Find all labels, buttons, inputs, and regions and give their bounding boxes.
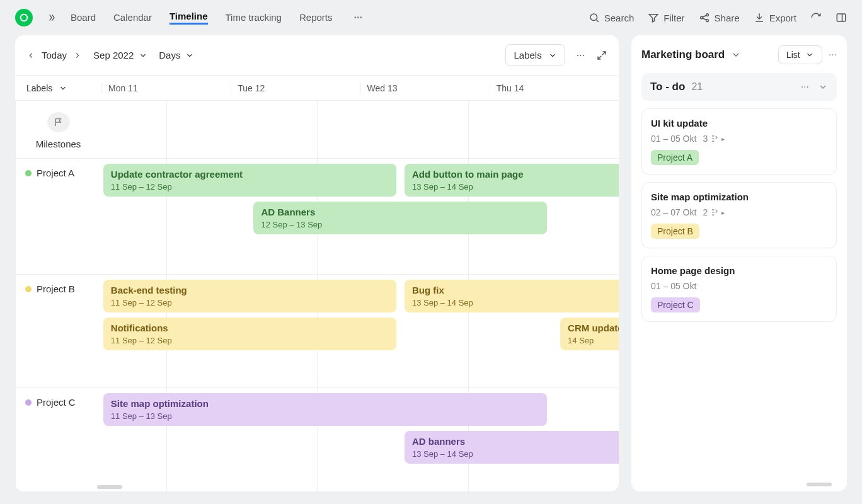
card-title: Site map optimization: [651, 192, 827, 202]
export-button[interactable]: Export: [754, 12, 796, 23]
task-card[interactable]: Home page design 01 – 05 Okt Project C: [641, 256, 837, 322]
day-header: Wed 13: [360, 83, 490, 93]
group-by-select[interactable]: Labels: [15, 83, 101, 93]
export-icon: [754, 12, 765, 23]
unit-label: Days: [159, 50, 180, 60]
task-bar[interactable]: Back-end testing 11 Sep – 12 Sep: [103, 280, 397, 312]
task-title: Site map optimization: [111, 398, 539, 409]
card-title: UI kit update: [651, 118, 827, 129]
svg-rect-5: [837, 14, 846, 21]
labels-dropdown-label: Labels: [514, 50, 541, 60]
task-card[interactable]: UI kit update 01 – 05 Okt 3 ▸ Project A: [641, 108, 837, 175]
share-label: Share: [715, 13, 740, 23]
refresh-icon[interactable]: [810, 12, 822, 23]
fullscreen-icon[interactable]: [596, 50, 607, 61]
chevron-down-icon: [139, 51, 147, 60]
task-title: Update contractor agreement: [111, 169, 389, 180]
svg-point-0: [21, 14, 28, 21]
group-title: To - do: [650, 81, 685, 93]
view-mode-label: List: [786, 50, 800, 60]
share-button[interactable]: Share: [699, 12, 740, 23]
nav-timeline[interactable]: Timeline: [170, 11, 208, 25]
filter-button[interactable]: Filter: [648, 12, 684, 23]
nav-reports[interactable]: Reports: [299, 12, 333, 24]
filter-icon: [648, 12, 659, 23]
main-nav: Board Calendar Timeline Time tracking Re…: [71, 11, 366, 25]
card-tag: Project A: [651, 150, 699, 165]
unit-select[interactable]: Days: [159, 50, 194, 60]
share-icon: [699, 12, 710, 23]
side-more-icon[interactable]: ···: [829, 49, 837, 60]
board-title: Marketing board: [641, 49, 725, 61]
group-by-label: Labels: [26, 83, 52, 93]
subtask-count: 3: [703, 134, 708, 144]
prev-period-icon[interactable]: [26, 51, 35, 60]
task-dates: 14 Sep: [568, 336, 619, 345]
nav-more-icon[interactable]: ···: [350, 12, 366, 23]
task-bar[interactable]: AD Banners 12 Sep – 13 Sep: [253, 202, 547, 234]
chevron-down-icon: [59, 84, 67, 93]
side-scrollbar[interactable]: [807, 483, 832, 486]
nav-calendar[interactable]: Calendar: [113, 12, 152, 24]
task-bar[interactable]: Notifications 11 Sep – 12 Sep: [103, 318, 397, 350]
search-icon: [589, 12, 600, 23]
chevron-down-icon[interactable]: [731, 50, 741, 60]
card-title: Home page design: [651, 265, 827, 276]
chevron-down-icon: [805, 50, 814, 59]
day-header: Mon 11: [101, 83, 231, 93]
group-header-todo[interactable]: To - do 21 ···: [641, 73, 837, 101]
task-title: CRM update: [568, 323, 619, 333]
subtask-icon: [710, 134, 719, 143]
day-header: Thu 14: [490, 83, 619, 93]
task-title: AD Banners: [261, 207, 539, 217]
view-mode-select[interactable]: List: [778, 45, 822, 64]
task-dates: 11 Sep – 12 Sep: [111, 182, 389, 192]
card-dates: 01 – 05 Okt: [651, 281, 696, 291]
task-dates: 11 Sep – 13 Sep: [111, 411, 539, 421]
task-dates: 11 Sep – 12 Sep: [111, 298, 389, 307]
task-title: Back-end testing: [111, 285, 389, 295]
next-period-icon[interactable]: [73, 51, 82, 60]
task-title: Notifications: [111, 323, 389, 333]
chevron-down-icon[interactable]: [818, 82, 828, 92]
task-dates: 13 Sep – 14 Sep: [412, 449, 619, 459]
card-tag: Project B: [651, 224, 699, 239]
card-tag: Project C: [651, 297, 700, 312]
milestones-text: Milestones: [36, 139, 81, 149]
card-dates: 01 – 05 Okt: [651, 134, 696, 144]
panel-toggle-icon[interactable]: [836, 12, 847, 23]
subtask-count: 2: [703, 207, 708, 217]
export-label: Export: [769, 13, 796, 23]
task-bar[interactable]: Bug fix 13 Sep – 14 Sep: [405, 280, 619, 312]
task-dates: 13 Sep – 14 Sep: [412, 182, 619, 192]
chevron-down-icon: [548, 51, 557, 60]
month-label: Sep 2022: [93, 50, 134, 60]
app-logo[interactable]: [15, 9, 33, 26]
search-button[interactable]: Search: [589, 12, 635, 23]
task-card[interactable]: Site map optimization 02 – 07 Okt 2 ▸ Pr…: [641, 182, 837, 248]
task-bar[interactable]: Site map optimization 11 Sep – 13 Sep: [103, 393, 547, 426]
labels-dropdown[interactable]: Labels: [505, 44, 565, 66]
group-count: 21: [691, 81, 703, 93]
nav-board[interactable]: Board: [71, 12, 96, 24]
task-title: Add button to main page: [412, 169, 619, 180]
expand-nav-icon[interactable]: [42, 13, 62, 23]
month-select[interactable]: Sep 2022: [93, 50, 147, 60]
group-more-icon[interactable]: ···: [801, 81, 809, 93]
task-bar[interactable]: Add button to main page 13 Sep – 14 Sep: [405, 164, 619, 197]
flag-icon: [47, 112, 70, 132]
card-dates: 02 – 07 Okt: [651, 207, 696, 217]
day-header: Tue 12: [231, 83, 360, 93]
search-label: Search: [604, 13, 635, 23]
task-bar[interactable]: Update contractor agreement 11 Sep – 12 …: [103, 164, 397, 197]
today-button[interactable]: Today: [42, 50, 67, 60]
timeline-more-icon[interactable]: ···: [577, 50, 585, 61]
task-bar[interactable]: CRM update 14 Sep: [560, 318, 619, 350]
subtask-icon: [710, 208, 719, 217]
task-bar[interactable]: AD banners 13 Sep – 14 Sep: [405, 431, 619, 464]
task-dates: 12 Sep – 13 Sep: [261, 220, 539, 229]
milestones-row-label: Milestones: [15, 101, 101, 158]
nav-time-tracking[interactable]: Time tracking: [226, 12, 282, 24]
horizontal-scrollbar[interactable]: [97, 485, 122, 489]
task-dates: 13 Sep – 14 Sep: [412, 298, 619, 307]
